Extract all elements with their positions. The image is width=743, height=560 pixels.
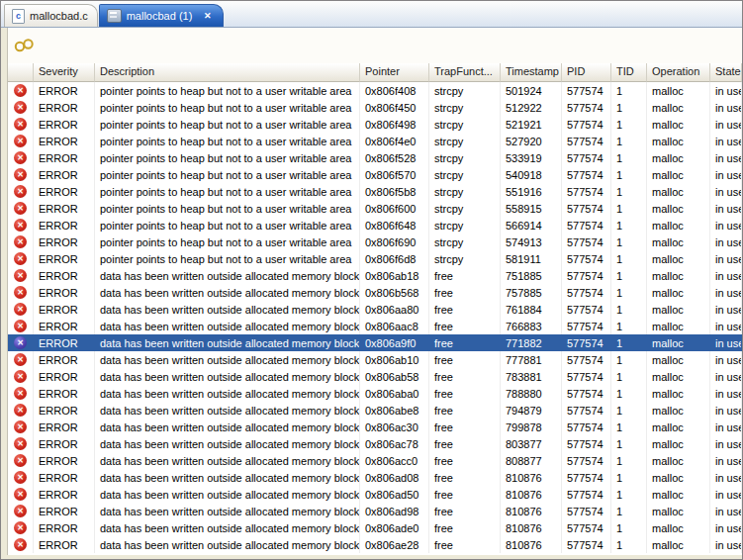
cell-description: data has been written outside allocated … [95, 435, 360, 452]
cell-state: in use [710, 217, 742, 233]
cell-trap-function: free [429, 469, 501, 486]
close-icon[interactable]: ✕ [201, 10, 214, 23]
cell-description: pointer points to heap but not to a user… [95, 200, 360, 217]
column-header-severity[interactable]: Severity [34, 63, 95, 82]
error-icon: ✕ [14, 252, 27, 265]
cell-state: in use [710, 250, 742, 267]
cell-tid: 1 [611, 133, 647, 149]
cell-pointer: 0x806ab10 [360, 351, 429, 368]
cell-operation: malloc [647, 183, 710, 200]
table-row[interactable]: ✕ERRORdata has been written outside allo… [8, 402, 742, 419]
cell-operation: malloc [647, 452, 710, 469]
cell-trap-function: strcpy [429, 133, 501, 149]
cell-severity: ERROR [34, 318, 95, 334]
cell-operation: malloc [647, 402, 710, 419]
table-row[interactable]: ✕ERRORpointer points to heap but not to … [8, 99, 742, 116]
column-header-icon[interactable] [8, 63, 34, 82]
cell-pid: 577574 [562, 99, 611, 116]
cell-trap-function: strcpy [429, 233, 501, 250]
table-row[interactable]: ✕ERRORpointer points to heap but not to … [8, 233, 742, 250]
tab-mallocbad-c[interactable]: c mallocbad.c [4, 4, 98, 27]
cell-tid: 1 [611, 233, 647, 250]
cell-pid: 577574 [562, 503, 611, 519]
table-row[interactable]: ✕ERRORpointer points to heap but not to … [8, 133, 742, 149]
table-row[interactable]: ✕ERRORdata has been written outside allo… [8, 486, 742, 503]
column-header-pid[interactable]: PID [562, 63, 611, 82]
table-row[interactable]: ✕ERRORdata has been written outside allo… [8, 284, 742, 301]
cell-pid: 577574 [562, 419, 611, 435]
tab-mallocbad-session[interactable]: mallocbad (1) ✕ [99, 4, 225, 27]
table-row[interactable]: ✕ERRORdata has been written outside allo… [8, 318, 742, 334]
table-row[interactable]: ✕ERRORdata has been written outside allo… [8, 469, 742, 486]
table-row[interactable]: ✕ERRORpointer points to heap but not to … [8, 250, 742, 267]
cell-timestamp: 808877 [501, 452, 562, 469]
column-header-trapfunction[interactable]: TrapFunct... [429, 63, 501, 82]
cell-operation: malloc [647, 284, 710, 301]
column-header-operation[interactable]: Operation [647, 63, 710, 82]
cell-operation: malloc [647, 233, 710, 250]
table-row[interactable]: ✕ERRORpointer points to heap but not to … [8, 200, 742, 217]
table-row[interactable]: ✕ERRORpointer points to heap but not to … [8, 217, 742, 233]
error-icon: ✕ [14, 101, 27, 114]
cell-tid: 1 [611, 486, 647, 503]
cell-operation: malloc [647, 99, 710, 116]
cell-severity: ERROR [34, 536, 95, 553]
table-row[interactable]: ✕ERRORdata has been written outside allo… [8, 368, 742, 385]
table-row[interactable]: ✕ERRORdata has been written outside allo… [8, 385, 742, 402]
cell-pointer: 0x806f6d8 [360, 250, 429, 267]
cell-description: data has been written outside allocated … [95, 368, 360, 385]
table-row[interactable]: ✕ERRORpointer points to heap but not to … [8, 82, 742, 99]
cell-pid: 577574 [562, 116, 611, 133]
table-row[interactable]: ✕ERRORpointer points to heap but not to … [8, 166, 742, 183]
cell-tid: 1 [611, 452, 647, 469]
error-icon: ✕ [14, 235, 27, 248]
table-row[interactable]: ✕ERRORdata has been written outside allo… [8, 435, 742, 452]
cell-timestamp: 533919 [501, 149, 562, 166]
editor-tab-bar: c mallocbad.c mallocbad (1) ✕ [1, 1, 742, 28]
cell-state: in use [710, 469, 742, 486]
table-row[interactable]: ✕ERRORpointer points to heap but not to … [8, 116, 742, 133]
cell-severity: ERROR [34, 519, 95, 536]
column-header-state[interactable]: State [710, 63, 742, 82]
cell-pid: 577574 [562, 301, 611, 318]
cell-severity: ERROR [34, 503, 95, 519]
column-header-tid[interactable]: TID [611, 63, 647, 82]
table-row[interactable]: ✕ERRORpointer points to heap but not to … [8, 183, 742, 200]
table-row[interactable]: ✕ERRORpointer points to heap but not to … [8, 149, 742, 166]
cell-state: in use [710, 419, 742, 435]
cell-tid: 1 [611, 250, 647, 267]
cell-pointer: 0x806aba0 [360, 385, 429, 402]
table-row[interactable]: ✕ERRORdata has been written outside allo… [8, 452, 742, 469]
cell-state: in use [710, 402, 742, 419]
cell-pointer: 0x806f528 [360, 149, 429, 166]
cell-pid: 577574 [562, 486, 611, 503]
cell-severity: ERROR [34, 82, 95, 99]
cell-tid: 1 [611, 284, 647, 301]
cell-tid: 1 [611, 536, 647, 553]
cell-operation: malloc [647, 536, 710, 553]
table-row[interactable]: ✕ERRORdata has been written outside allo… [8, 536, 742, 553]
cell-operation: malloc [647, 149, 710, 166]
cell-description: pointer points to heap but not to a user… [95, 116, 360, 133]
cell-severity: ERROR [34, 435, 95, 452]
column-header-pointer[interactable]: Pointer [360, 63, 429, 82]
column-header-timestamp[interactable]: Timestamp [501, 63, 562, 82]
table-row[interactable]: ✕ERRORdata has been written outside allo… [8, 419, 742, 435]
error-icon: ✕ [14, 269, 27, 282]
cell-description: pointer points to heap but not to a user… [95, 183, 360, 200]
table-row[interactable]: ✕ERRORdata has been written outside allo… [8, 519, 742, 536]
cell-timestamp: 766883 [501, 318, 562, 334]
cell-operation: malloc [647, 435, 710, 452]
cell-description: pointer points to heap but not to a user… [95, 250, 360, 267]
table-row[interactable]: ✕ERRORdata has been written outside allo… [8, 267, 742, 284]
column-header-description[interactable]: Description [95, 63, 360, 82]
cell-description: data has been written outside allocated … [95, 519, 360, 536]
table-row[interactable]: ✕ERRORdata has been written outside allo… [8, 301, 742, 318]
table-row[interactable]: ✕ERRORdata has been written outside allo… [8, 334, 742, 351]
cell-severity-icon: ✕ [8, 368, 34, 385]
cell-tid: 1 [611, 200, 647, 217]
cell-trap-function: free [429, 284, 501, 301]
table-row[interactable]: ✕ERRORdata has been written outside allo… [8, 503, 742, 519]
cell-pointer: 0x806aac8 [360, 318, 429, 334]
table-row[interactable]: ✕ERRORdata has been written outside allo… [8, 351, 742, 368]
